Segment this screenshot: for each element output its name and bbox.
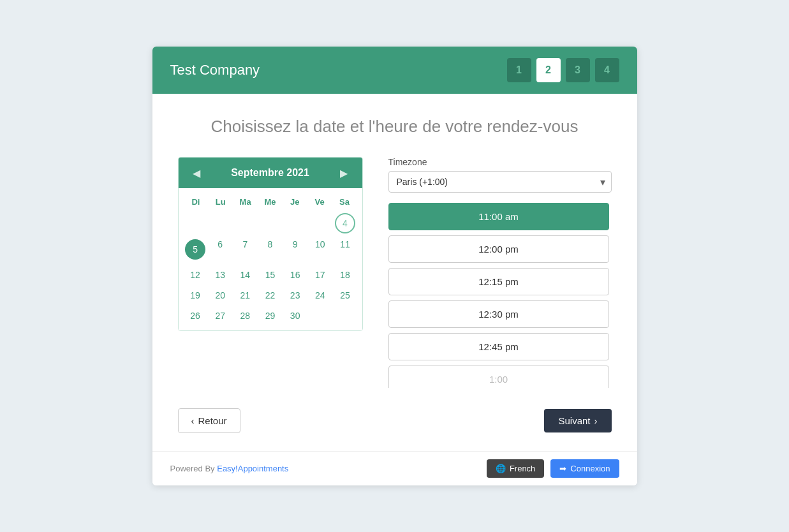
back-button[interactable]: ‹ Retour [178, 408, 240, 433]
day-header-lu: Lu [208, 193, 233, 211]
empty-cell [333, 306, 357, 325]
time-slot-1215pm[interactable]: 12:15 pm [388, 268, 609, 295]
time-slot-1100am[interactable]: 11:00 am [388, 203, 609, 230]
empty-cell [283, 213, 307, 233]
day-8[interactable]: 8 [258, 235, 282, 264]
right-panel: Timezone Paris (+1:00) London (+0:00) Ne… [388, 157, 612, 388]
calendar: ◀ Septembre 2021 ▶ Di Lu Ma Me Je Ve Sa [178, 157, 363, 331]
calendar-prev-button[interactable]: ◀ [189, 165, 204, 181]
day-13[interactable]: 13 [209, 265, 232, 284]
day-17[interactable]: 17 [308, 265, 332, 284]
day-20[interactable]: 20 [209, 286, 232, 305]
time-slot-1245pm[interactable]: 12:45 pm [388, 333, 609, 360]
powered-by-text: Powered By Easy!Appointments [170, 464, 289, 473]
back-label: Retour [198, 415, 227, 426]
chevron-left-icon: ‹ [191, 415, 195, 426]
day-headers: Di Lu Ma Me Je Ve Sa [184, 193, 357, 211]
day-23[interactable]: 23 [283, 286, 307, 305]
chevron-right-icon: › [594, 415, 598, 426]
timezone-select[interactable]: Paris (+1:00) London (+0:00) New York (-… [388, 171, 612, 193]
day-10[interactable]: 10 [308, 235, 332, 264]
globe-icon: 🌐 [496, 464, 506, 473]
step-2-button[interactable]: 2 [536, 58, 561, 82]
day-16[interactable]: 16 [283, 265, 307, 284]
day-19[interactable]: 19 [184, 286, 207, 305]
calendar-month-year: Septembre 2021 [231, 167, 309, 179]
main-container: Test Company 1 2 3 4 Choisissez la date … [152, 47, 637, 485]
day-25[interactable]: 25 [333, 286, 357, 305]
login-button[interactable]: ➡ Connexion [550, 459, 619, 478]
empty-cell [233, 213, 257, 233]
step-1-button[interactable]: 1 [507, 58, 531, 82]
day-12[interactable]: 12 [184, 265, 207, 284]
brand-link[interactable]: Easy!Appointments [217, 464, 288, 473]
empty-cell [308, 213, 332, 233]
timezone-label: Timezone [388, 157, 612, 167]
step-3-button[interactable]: 3 [566, 58, 590, 82]
day-header-je: Je [283, 193, 307, 211]
days-grid: 4 5 6 7 8 9 10 11 12 13 [184, 213, 357, 325]
language-label: French [510, 464, 535, 473]
empty-cell [258, 213, 282, 233]
day-9[interactable]: 9 [283, 235, 307, 264]
day-6[interactable]: 6 [209, 235, 232, 264]
calendar-header: ◀ Septembre 2021 ▶ [179, 158, 362, 188]
day-18[interactable]: 18 [333, 265, 357, 284]
day-24[interactable]: 24 [308, 286, 332, 305]
day-22[interactable]: 22 [258, 286, 282, 305]
empty-cell [184, 213, 207, 233]
language-button[interactable]: 🌐 French [487, 459, 544, 478]
day-11[interactable]: 11 [333, 235, 357, 264]
day-header-ma: Ma [233, 193, 258, 211]
time-slot-100pm[interactable]: 1:00 [388, 366, 609, 388]
company-name: Test Company [170, 62, 260, 78]
empty-cell [209, 213, 232, 233]
step-4-button[interactable]: 4 [595, 58, 619, 82]
day-14[interactable]: 14 [233, 265, 257, 284]
nav-buttons: ‹ Retour Suivant › [178, 408, 612, 433]
day-29[interactable]: 29 [258, 306, 282, 325]
body-layout: ◀ Septembre 2021 ▶ Di Lu Ma Me Je Ve Sa [178, 157, 612, 388]
day-4[interactable]: 4 [335, 213, 355, 233]
day-7[interactable]: 7 [233, 235, 257, 264]
time-slot-1200pm[interactable]: 12:00 pm [388, 235, 609, 263]
day-30[interactable]: 30 [283, 306, 307, 325]
day-header-ve: Ve [307, 193, 332, 211]
day-header-di: Di [184, 193, 209, 211]
day-28[interactable]: 28 [233, 306, 257, 325]
day-15[interactable]: 15 [258, 265, 282, 284]
calendar-next-button[interactable]: ▶ [336, 165, 351, 181]
day-5[interactable]: 5 [184, 235, 207, 264]
footer: Powered By Easy!Appointments 🌐 French ➡ … [152, 451, 637, 485]
login-icon: ➡ [559, 464, 566, 473]
day-header-me: Me [258, 193, 283, 211]
next-label: Suivant [558, 415, 590, 426]
next-button[interactable]: Suivant › [544, 409, 611, 432]
day-header-sa: Sa [332, 193, 357, 211]
day-26[interactable]: 26 [184, 306, 207, 325]
timezone-select-wrap: Paris (+1:00) London (+0:00) New York (-… [388, 171, 612, 193]
login-label: Connexion [570, 464, 610, 473]
time-slot-1230pm[interactable]: 12:30 pm [388, 300, 609, 328]
empty-cell [308, 306, 332, 325]
day-21[interactable]: 21 [233, 286, 257, 305]
time-slots-container: 11:00 am 12:00 pm 12:15 pm 12:30 pm 12:4… [388, 203, 612, 388]
step-indicators: 1 2 3 4 [507, 58, 619, 82]
page-heading: Choisissez la date et l'heure de votre r… [178, 117, 612, 137]
footer-actions: 🌐 French ➡ Connexion [487, 459, 619, 478]
content-area: Choisissez la date et l'heure de votre r… [152, 94, 637, 451]
calendar-grid: Di Lu Ma Me Je Ve Sa [179, 188, 362, 330]
header: Test Company 1 2 3 4 [152, 47, 637, 94]
day-27[interactable]: 27 [209, 306, 232, 325]
